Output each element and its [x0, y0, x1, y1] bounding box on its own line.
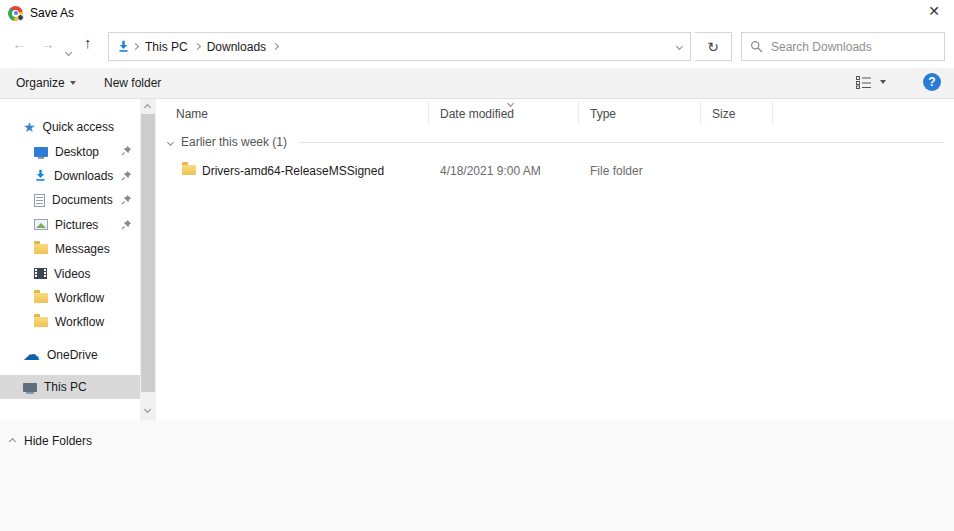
help-icon[interactable]: ? [923, 73, 941, 91]
dropdown-arrow-icon [70, 81, 76, 85]
scrollbar-thumb[interactable] [141, 114, 155, 392]
column-header-type[interactable]: Type [590, 107, 616, 121]
search-input[interactable] [771, 40, 936, 54]
save-as-dialog: Save As ✕ ← → ↑ This PC Downloads ↻ [0, 0, 954, 531]
sidebar-item-downloads[interactable]: Downloads [0, 164, 140, 188]
hide-folders-label: Hide Folders [24, 434, 92, 448]
folder-icon [34, 244, 48, 254]
organize-label: Organize [16, 76, 65, 90]
sidebar-item-desktop[interactable]: Desktop [0, 139, 140, 163]
sidebar-item-onedrive[interactable]: ☁ OneDrive [0, 343, 140, 367]
main-area: ★ Quick access Desktop Downloads Docume [0, 99, 954, 420]
column-separator[interactable] [578, 101, 579, 124]
column-separator[interactable] [700, 101, 701, 124]
navigation-pane: ★ Quick access Desktop Downloads Docume [0, 99, 140, 420]
title-bar: Save As ✕ [0, 0, 954, 26]
pc-icon [23, 383, 37, 392]
window-title: Save As [30, 6, 74, 20]
file-name: Drivers-amd64-ReleaseMSSigned [202, 164, 384, 178]
sidebar-item-label: Workflow [55, 291, 104, 305]
view-dropdown-icon[interactable] [880, 80, 886, 84]
search-box[interactable] [741, 32, 945, 61]
picture-icon [34, 219, 48, 230]
column-header-name[interactable]: Name [176, 107, 208, 121]
sidebar-item-label: Videos [54, 267, 90, 281]
sidebar-item-quick-access[interactable]: ★ Quick access [0, 115, 140, 139]
navigation-bar: ← → ↑ This PC Downloads ↻ [0, 26, 954, 66]
new-folder-label: New folder [104, 76, 161, 90]
sidebar-item-pictures[interactable]: Pictures [0, 213, 140, 237]
star-icon: ★ [23, 120, 36, 134]
file-type: File folder [590, 164, 643, 178]
group-label: Earlier this week (1) [181, 135, 287, 149]
file-list: Name Date modified Type Size Earlier thi… [156, 99, 954, 420]
pin-icon [121, 145, 132, 156]
file-date-modified: 4/18/2021 9:00 AM [440, 164, 541, 178]
breadcrumb-chevron-icon [194, 43, 201, 50]
sidebar-item-videos[interactable]: Videos [0, 261, 140, 285]
dialog-footer: File name: ActiveCampaing Event Tracking… [0, 420, 954, 531]
sidebar-item-label: This PC [44, 380, 87, 394]
scroll-up-icon[interactable] [144, 104, 151, 111]
column-header-size[interactable]: Size [712, 107, 735, 121]
sidebar-item-label: Quick access [43, 120, 114, 134]
close-icon[interactable]: ✕ [928, 4, 940, 18]
sidebar-item-label: Messages [55, 242, 110, 256]
cloud-icon: ☁ [23, 348, 40, 362]
folder-icon [34, 293, 48, 303]
breadcrumb-this-pc[interactable]: This PC [141, 40, 192, 54]
hide-folders-button[interactable]: Hide Folders [10, 434, 92, 448]
sidebar-item-workflow-1[interactable]: Workflow [0, 286, 140, 310]
downloads-location-icon [117, 40, 130, 53]
breadcrumb-chevron-icon [132, 43, 139, 50]
search-icon [750, 40, 763, 53]
new-folder-button[interactable]: New folder [104, 76, 161, 90]
folder-icon [182, 165, 196, 175]
scroll-down-icon[interactable] [144, 406, 151, 413]
pin-icon [121, 170, 132, 181]
sidebar-item-label: Desktop [55, 145, 99, 159]
download-icon [34, 169, 47, 182]
column-separator[interactable] [428, 101, 429, 124]
sidebar-item-label: OneDrive [47, 348, 98, 362]
file-row[interactable]: Drivers-amd64-ReleaseMSSigned 4/18/2021 … [156, 159, 954, 181]
address-dropdown-icon[interactable] [676, 43, 683, 50]
sidebar-item-documents[interactable]: Documents [0, 188, 140, 212]
sidebar-scrollbar[interactable] [140, 99, 156, 420]
history-chevron-icon[interactable] [66, 42, 71, 57]
view-options[interactable] [856, 75, 886, 89]
refresh-button[interactable]: ↻ [695, 32, 732, 61]
sidebar-item-workflow-2[interactable]: Workflow [0, 310, 140, 334]
breadcrumb-downloads[interactable]: Downloads [203, 40, 270, 54]
group-chevron-icon[interactable] [167, 138, 174, 145]
command-toolbar: Organize New folder ? [0, 68, 954, 99]
column-separator[interactable] [772, 101, 773, 124]
group-header[interactable]: Earlier this week (1) [168, 133, 944, 151]
address-bar[interactable]: This PC Downloads [108, 32, 691, 61]
sort-chevron-icon [507, 100, 514, 107]
back-icon[interactable]: ← [12, 36, 27, 51]
sidebar-item-this-pc[interactable]: This PC [0, 375, 140, 399]
forward-icon[interactable]: → [40, 36, 55, 51]
sidebar-item-label: Workflow [55, 315, 104, 329]
film-icon [34, 268, 47, 279]
list-header: Name Date modified Type Size [156, 99, 954, 126]
desktop-icon [34, 147, 48, 157]
sidebar-item-messages[interactable]: Messages [0, 237, 140, 261]
sidebar-item-label: Pictures [55, 218, 98, 232]
refresh-icon: ↻ [707, 39, 719, 55]
organize-button[interactable]: Organize [16, 76, 76, 90]
column-header-date-modified[interactable]: Date modified [440, 107, 514, 121]
up-icon[interactable]: ↑ [84, 35, 92, 50]
sidebar-item-label: Documents [52, 193, 113, 207]
sidebar-item-label: Downloads [54, 169, 113, 183]
folder-icon [34, 317, 48, 327]
details-view-icon [856, 75, 872, 89]
chevron-down-icon [65, 49, 72, 56]
collapse-chevron-icon [9, 437, 16, 444]
document-icon [34, 194, 45, 207]
pin-icon [121, 219, 132, 230]
group-divider [299, 142, 944, 143]
pin-icon [121, 194, 132, 205]
breadcrumb-chevron-icon [272, 43, 279, 50]
